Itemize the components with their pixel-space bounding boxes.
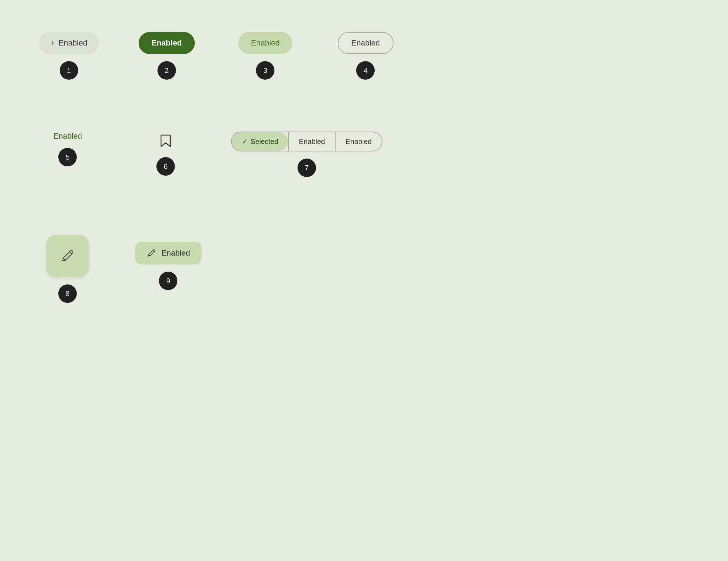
component-5: Enabled 5	[53, 132, 82, 166]
button-6[interactable]	[157, 132, 174, 150]
component-9: Enabled 9	[135, 242, 202, 290]
pencil-icon-small	[146, 248, 156, 258]
segment-enabled-1[interactable]: Enabled	[288, 132, 335, 151]
component-3: Enabled 3	[238, 32, 293, 80]
badge-2: 2	[157, 61, 176, 80]
button-2[interactable]: Enabled	[139, 32, 195, 54]
button-2-label: Enabled	[151, 38, 182, 47]
segment-2-label: Enabled	[299, 138, 325, 146]
component-8: 8	[46, 235, 89, 303]
component-7: ✓ Selected Enabled Enabled 7	[231, 132, 382, 177]
button-8[interactable]	[46, 235, 89, 277]
button-3[interactable]: Enabled	[238, 32, 293, 54]
component-4: Enabled 4	[338, 32, 394, 80]
component-2: Enabled 2	[139, 32, 195, 80]
segment-3-label: Enabled	[346, 138, 371, 146]
badge-3: 3	[256, 61, 274, 80]
checkmark-icon: ✓	[242, 137, 248, 146]
badge-1: 1	[60, 61, 78, 80]
pencil-icon	[60, 248, 75, 264]
segment-1-label: Selected	[251, 138, 278, 146]
bookmark-icon	[160, 134, 171, 147]
button-5-label: Enabled	[53, 132, 82, 140]
button-4[interactable]: Enabled	[338, 32, 394, 54]
button-1[interactable]: + Enabled	[39, 32, 99, 54]
segment-selected[interactable]: ✓ Selected	[232, 132, 288, 151]
badge-4: 4	[356, 61, 375, 80]
button-9[interactable]: Enabled	[135, 242, 202, 265]
component-6: 6	[156, 132, 175, 176]
badge-9: 9	[159, 272, 177, 290]
button-4-label: Enabled	[351, 38, 380, 47]
component-1: + Enabled 1	[39, 32, 99, 80]
plus-icon: +	[50, 38, 55, 48]
badge-8: 8	[58, 284, 77, 303]
button-1-label: Enabled	[59, 38, 87, 48]
button-9-label: Enabled	[161, 249, 190, 258]
segment-enabled-2[interactable]: Enabled	[335, 132, 381, 151]
button-3-label: Enabled	[251, 38, 280, 47]
badge-6: 6	[156, 157, 175, 176]
badge-5: 5	[58, 148, 77, 166]
segmented-control: ✓ Selected Enabled Enabled	[231, 132, 382, 151]
badge-7: 7	[298, 159, 316, 177]
button-5[interactable]: Enabled	[53, 132, 82, 141]
